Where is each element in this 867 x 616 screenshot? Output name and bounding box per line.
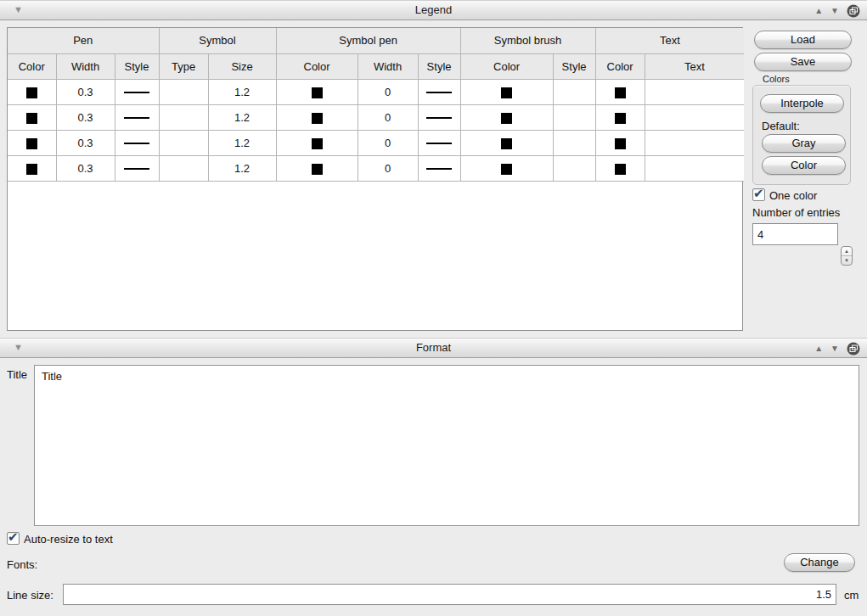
cell-symbol-pen-color[interactable]	[276, 130, 357, 155]
cell-symbol-pen-color[interactable]	[276, 104, 357, 130]
line-style-sample	[426, 92, 452, 93]
format-move-down-icon[interactable]: ▼	[830, 344, 839, 353]
cell-text[interactable]	[645, 79, 744, 104]
one-color-checkbox[interactable]	[752, 188, 765, 201]
cell-symbol-type[interactable]	[159, 130, 208, 155]
legend-bar-controls: ▲ ▼	[814, 1, 860, 21]
legend-panel: PenSymbolSymbol penSymbol brushText Colo…	[0, 20, 867, 338]
cell-symbol-size[interactable]: 1.2	[208, 155, 276, 181]
cell-pen-width[interactable]: 0.3	[56, 130, 115, 155]
cell-symbol-brush-color[interactable]	[460, 155, 553, 181]
title-textarea[interactable]: Title	[34, 365, 859, 526]
column-header-5-color: Color	[276, 53, 357, 79]
cell-symbol-pen-width[interactable]: 0	[357, 130, 418, 155]
column-header-4-size: Size	[208, 53, 276, 79]
color-swatch	[615, 164, 626, 175]
cell-text-color[interactable]	[595, 130, 645, 155]
cell-symbol-pen-width[interactable]: 0	[357, 104, 418, 130]
cell-pen-style[interactable]	[115, 155, 159, 181]
cell-pen-color[interactable]	[8, 155, 56, 181]
cell-text-color[interactable]	[595, 104, 645, 130]
cell-symbol-type[interactable]	[159, 79, 208, 104]
entries-stepper: ▲ ▼	[841, 246, 853, 266]
color-swatch	[312, 164, 323, 175]
format-move-up-icon[interactable]: ▲	[814, 344, 823, 353]
cell-symbol-brush-style[interactable]	[553, 155, 595, 181]
cell-text-color[interactable]	[595, 155, 645, 181]
cell-pen-color[interactable]	[8, 79, 56, 104]
column-header-10-color: Color	[595, 53, 645, 79]
cell-pen-width[interactable]: 0.3	[56, 155, 115, 181]
cell-text-color[interactable]	[595, 79, 645, 104]
color-swatch	[26, 87, 37, 98]
colors-group-label: Colors	[763, 74, 790, 84]
cell-symbol-pen-color[interactable]	[276, 79, 357, 104]
group-header-symbol: Symbol	[159, 28, 276, 53]
change-fonts-button[interactable]: Change	[784, 553, 855, 572]
legend-move-up-icon[interactable]: ▲	[814, 7, 823, 15]
title-field-label: Title	[7, 368, 27, 381]
cell-symbol-size[interactable]: 1.2	[208, 79, 276, 104]
cell-symbol-pen-style[interactable]	[418, 104, 460, 130]
cell-pen-style[interactable]	[115, 130, 159, 155]
cell-pen-color[interactable]	[8, 130, 56, 155]
format-bar-controls: ▲ ▼	[814, 339, 860, 359]
cell-symbol-size[interactable]: 1.2	[208, 104, 276, 130]
cell-symbol-brush-color[interactable]	[460, 104, 553, 130]
cell-symbol-brush-style[interactable]	[553, 104, 595, 130]
line-style-sample	[124, 168, 149, 170]
column-header-0-color: Color	[8, 53, 56, 79]
color-swatch	[26, 138, 37, 149]
cell-text[interactable]	[645, 104, 744, 130]
cell-text[interactable]	[645, 130, 744, 155]
cell-symbol-pen-style[interactable]	[418, 79, 460, 104]
cell-pen-style[interactable]	[115, 79, 159, 104]
legend-move-down-icon[interactable]: ▼	[830, 7, 839, 15]
interpole-button[interactable]: Interpole	[760, 94, 844, 113]
auto-resize-checkbox[interactable]	[7, 532, 20, 545]
color-swatch	[26, 164, 37, 175]
save-button[interactable]: Save	[754, 53, 852, 71]
line-style-sample	[124, 117, 149, 119]
entries-stepper-down[interactable]: ▼	[842, 256, 852, 266]
legend-float-window-icon[interactable]	[847, 4, 860, 18]
column-header-2-style: Style	[115, 53, 159, 79]
format-panel: Title Title Auto-resize to text Fonts: C…	[0, 358, 867, 616]
cell-pen-width[interactable]: 0.3	[56, 79, 115, 104]
cell-symbol-pen-width[interactable]: 0	[357, 155, 418, 181]
line-style-sample	[124, 143, 149, 144]
line-size-input[interactable]	[63, 584, 836, 605]
entries-stepper-up[interactable]: ▲	[842, 247, 852, 256]
cell-symbol-pen-color[interactable]	[276, 155, 357, 181]
number-of-entries-label: Number of entries	[752, 206, 840, 219]
legend-table-row: 0.31.20	[8, 104, 744, 130]
cell-pen-style[interactable]	[115, 104, 159, 130]
number-of-entries-input[interactable]	[752, 223, 838, 245]
color-swatch	[615, 113, 626, 124]
cell-symbol-type[interactable]	[159, 155, 208, 181]
gray-button[interactable]: Gray	[762, 134, 846, 153]
cell-symbol-pen-width[interactable]: 0	[357, 79, 418, 104]
cell-symbol-brush-style[interactable]	[553, 130, 595, 155]
cell-symbol-brush-style[interactable]	[553, 79, 595, 104]
column-header-9-style: Style	[553, 53, 595, 79]
cell-symbol-size[interactable]: 1.2	[208, 130, 276, 155]
cell-pen-width[interactable]: 0.3	[56, 104, 115, 130]
color-button[interactable]: Color	[762, 156, 846, 175]
line-style-sample	[124, 92, 149, 93]
column-header-8-color: Color	[460, 53, 553, 79]
cell-symbol-brush-color[interactable]	[460, 79, 553, 104]
cell-symbol-pen-style[interactable]	[418, 155, 460, 181]
column-header-7-style: Style	[418, 53, 460, 79]
load-button[interactable]: Load	[754, 31, 852, 49]
color-swatch	[501, 87, 512, 98]
column-header-6-width: Width	[357, 53, 418, 79]
cell-pen-color[interactable]	[8, 104, 56, 130]
cell-symbol-type[interactable]	[159, 104, 208, 130]
cell-text[interactable]	[645, 155, 744, 181]
one-color-label: One color	[769, 189, 817, 202]
cell-symbol-pen-style[interactable]	[418, 130, 460, 155]
legend-table-row: 0.31.20	[8, 130, 744, 155]
cell-symbol-brush-color[interactable]	[460, 130, 553, 155]
format-float-window-icon[interactable]	[847, 342, 860, 356]
